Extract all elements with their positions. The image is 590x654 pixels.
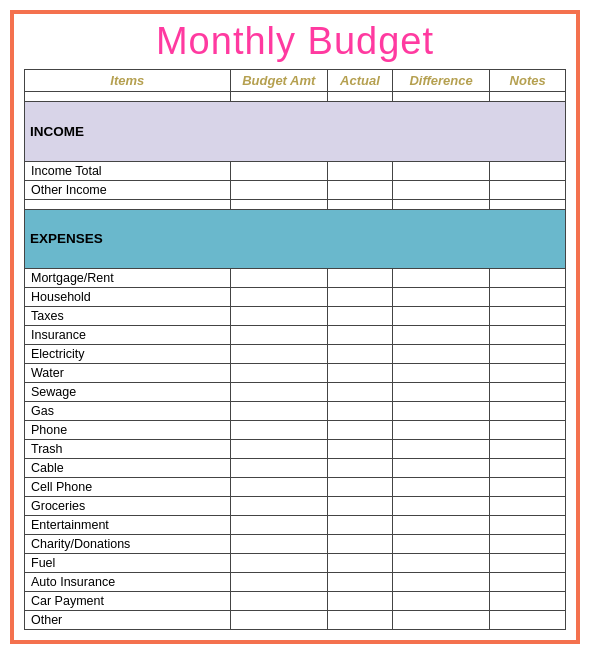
row-label: Entertainment — [25, 516, 231, 535]
header-items: Items — [25, 70, 231, 92]
row-cell-diff — [392, 161, 489, 180]
row-label: Charity/Donations — [25, 535, 231, 554]
row-label: Gas — [25, 402, 231, 421]
header-budget: Budget Amt — [230, 70, 327, 92]
table-row: Cable — [25, 459, 566, 478]
row-cell-notes — [490, 440, 566, 459]
table-header-row: Items Budget Amt Actual Difference Notes — [25, 70, 566, 92]
row-cell-budget — [230, 326, 327, 345]
empty-row — [25, 199, 566, 209]
table-row: Groceries — [25, 497, 566, 516]
row-cell-notes — [490, 573, 566, 592]
table-row: Auto Insurance — [25, 573, 566, 592]
row-cell-diff — [392, 554, 489, 573]
header-difference: Difference — [392, 70, 489, 92]
row-label: Cable — [25, 459, 231, 478]
row-cell-diff — [392, 383, 489, 402]
row-cell-notes — [490, 161, 566, 180]
row-cell-diff — [392, 269, 489, 288]
row-cell-diff — [392, 459, 489, 478]
row-cell-notes — [490, 326, 566, 345]
row-label: Groceries — [25, 497, 231, 516]
row-cell-actual — [327, 402, 392, 421]
table-row: Other Income — [25, 180, 566, 199]
row-cell-diff — [392, 421, 489, 440]
row-cell-actual — [327, 573, 392, 592]
row-cell-notes — [490, 516, 566, 535]
row-label: Cell Phone — [25, 478, 231, 497]
row-cell-actual — [327, 345, 392, 364]
table-row: Trash — [25, 440, 566, 459]
row-cell-diff — [392, 516, 489, 535]
row-cell-diff — [392, 288, 489, 307]
row-label: Mortgage/Rent — [25, 269, 231, 288]
header-notes: Notes — [490, 70, 566, 92]
row-cell-notes — [490, 497, 566, 516]
row-cell-actual — [327, 535, 392, 554]
table-row: Car Payment — [25, 592, 566, 611]
row-cell-budget — [230, 516, 327, 535]
table-row: Taxes — [25, 307, 566, 326]
table-row: Fuel — [25, 554, 566, 573]
row-cell-actual — [327, 421, 392, 440]
row-cell-diff — [392, 440, 489, 459]
section-label-income: INCOME — [25, 102, 566, 162]
row-cell-actual — [327, 364, 392, 383]
row-cell-notes — [490, 554, 566, 573]
row-label: Sewage — [25, 383, 231, 402]
table-row: Charity/Donations — [25, 535, 566, 554]
row-cell-actual — [327, 459, 392, 478]
row-cell-actual — [327, 161, 392, 180]
row-cell-notes — [490, 288, 566, 307]
row-label: Insurance — [25, 326, 231, 345]
row-cell-budget — [230, 180, 327, 199]
row-cell-budget — [230, 497, 327, 516]
row-cell-budget — [230, 364, 327, 383]
row-cell-actual — [327, 554, 392, 573]
row-cell-actual — [327, 592, 392, 611]
row-cell-notes — [490, 307, 566, 326]
row-label: Other — [25, 611, 231, 630]
table-row: Gas — [25, 402, 566, 421]
row-label: Income Total — [25, 161, 231, 180]
row-label: Other Income — [25, 180, 231, 199]
section-header-income: INCOME — [25, 102, 566, 162]
row-cell-notes — [490, 383, 566, 402]
row-cell-actual — [327, 269, 392, 288]
row-cell-diff — [392, 535, 489, 554]
row-cell-notes — [490, 592, 566, 611]
row-cell-budget — [230, 554, 327, 573]
row-cell-actual — [327, 326, 392, 345]
row-label: Trash — [25, 440, 231, 459]
row-cell-budget — [230, 440, 327, 459]
row-cell-actual — [327, 611, 392, 630]
row-cell-budget — [230, 269, 327, 288]
table-row: Income Total — [25, 161, 566, 180]
row-label: Car Payment — [25, 592, 231, 611]
row-label: Electricity — [25, 345, 231, 364]
row-cell-actual — [327, 478, 392, 497]
table-row: Sewage — [25, 383, 566, 402]
table-row: Insurance — [25, 326, 566, 345]
section-label-expenses: EXPENSES — [25, 209, 566, 269]
row-label: Phone — [25, 421, 231, 440]
row-cell-actual — [327, 180, 392, 199]
row-cell-diff — [392, 497, 489, 516]
row-cell-budget — [230, 421, 327, 440]
row-cell-budget — [230, 307, 327, 326]
row-cell-diff — [392, 611, 489, 630]
row-cell-notes — [490, 364, 566, 383]
budget-table: Items Budget Amt Actual Difference Notes… — [24, 69, 566, 630]
row-cell-budget — [230, 573, 327, 592]
row-cell-diff — [392, 180, 489, 199]
row-cell-budget — [230, 345, 327, 364]
section-header-expenses: EXPENSES — [25, 209, 566, 269]
row-cell-actual — [327, 440, 392, 459]
row-cell-diff — [392, 326, 489, 345]
row-cell-diff — [392, 573, 489, 592]
row-cell-diff — [392, 402, 489, 421]
header-actual: Actual — [327, 70, 392, 92]
table-row: Household — [25, 288, 566, 307]
row-cell-actual — [327, 516, 392, 535]
row-cell-budget — [230, 161, 327, 180]
